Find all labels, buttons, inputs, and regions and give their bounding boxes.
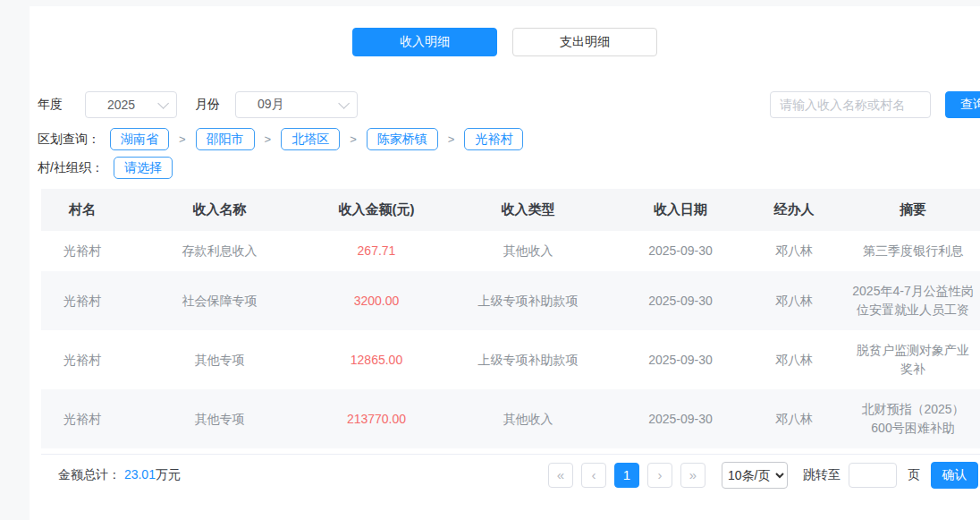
cell-amount: 12865.00 <box>316 330 437 389</box>
org-label: 村/社组织： <box>38 160 104 176</box>
first-page-button[interactable]: « <box>548 463 573 488</box>
org-select-button[interactable]: 请选择 <box>114 157 173 179</box>
page-1-button[interactable]: 1 <box>614 463 639 488</box>
cell-summary: 脱贫户监测对象产业奖补 <box>846 330 980 389</box>
search-group: 查询 <box>770 91 980 118</box>
cell-operator: 邓八林 <box>742 231 846 271</box>
table-row: 光裕村其他专项12865.00上级专项补助款项2025-09-30邓八林脱贫户监… <box>41 330 980 389</box>
cell-amount: 267.71 <box>316 231 437 271</box>
table-footer: 金额总计： 23.01万元 « ‹ 1 › » 10条/页 跳转至 页 确认 <box>41 454 980 495</box>
jump-page-input[interactable] <box>849 463 897 488</box>
tab-bar: 收入明细 支出明细 <box>30 6 980 56</box>
cell-name: 社会保障专项 <box>123 271 316 330</box>
column-header: 经办人 <box>742 189 846 231</box>
chevron-down-icon <box>338 98 350 109</box>
cell-type: 上级专项补助款项 <box>437 330 619 389</box>
income-table: 村名收入名称收入金额(元)收入类型收入日期经办人摘要 光裕村存款利息收入267.… <box>41 189 980 448</box>
jump-label: 跳转至 <box>803 467 841 483</box>
cell-operator: 邓八林 <box>742 389 846 448</box>
chevron-down-icon <box>157 98 169 109</box>
tab-expense[interactable]: 支出明细 <box>512 28 657 56</box>
cell-operator: 邓八林 <box>742 330 846 389</box>
year-value: 2025 <box>107 98 135 112</box>
cell-summary: 第三季度银行利息 <box>846 231 980 271</box>
cell-name: 存款利息收入 <box>123 231 316 271</box>
cell-date: 2025-09-30 <box>619 330 742 389</box>
month-value: 09月 <box>258 97 284 113</box>
region-button-2[interactable]: 北塔区 <box>281 128 340 150</box>
cell-amount: 213770.00 <box>316 389 437 448</box>
jump-unit: 页 <box>908 467 920 483</box>
org-filter-row: 村/社组织： 请选择 <box>38 157 980 179</box>
next-page-button[interactable]: › <box>647 463 672 488</box>
region-list: 湖南省>邵阳市>北塔区>陈家桥镇>光裕村 <box>110 128 523 150</box>
total-value: 23.01 <box>124 467 156 482</box>
table-row: 光裕村社会保障专项3200.00上级专项补助款项2025-09-30邓八林202… <box>41 271 980 330</box>
cell-summary: 2025年4-7月公益性岗位安置就业人员工资 <box>846 271 980 330</box>
cell-name: 其他专项 <box>123 389 316 448</box>
year-label: 年度 <box>38 97 63 113</box>
cell-date: 2025-09-30 <box>619 389 742 448</box>
region-button-3[interactable]: 陈家桥镇 <box>367 128 438 150</box>
cell-type: 其他收入 <box>437 389 619 448</box>
year-select[interactable]: 2025 <box>85 91 177 118</box>
cell-date: 2025-09-30 <box>619 271 742 330</box>
month-select[interactable]: 09月 <box>235 91 358 118</box>
cell-village: 光裕村 <box>41 271 123 330</box>
content-panel: 收入明细 支出明细 年度 2025 月份 09月 查询 区划查询： 湖南省>邵阳… <box>30 6 980 520</box>
region-button-4[interactable]: 光裕村 <box>464 128 523 150</box>
table-row: 光裕村存款利息收入267.71其他收入2025-09-30邓八林第三季度银行利息 <box>41 231 980 271</box>
cell-village: 光裕村 <box>41 231 123 271</box>
column-header: 摘要 <box>846 189 980 231</box>
region-label: 区划查询： <box>38 132 100 148</box>
filter-row: 年度 2025 月份 09月 查询 <box>38 91 980 118</box>
column-header: 收入类型 <box>437 189 619 231</box>
cell-summary: 北财预指（2025）600号困难补助 <box>846 389 980 448</box>
cell-type: 其他收入 <box>437 231 619 271</box>
cell-village: 光裕村 <box>41 330 123 389</box>
cell-name: 其他专项 <box>123 330 316 389</box>
column-header: 村名 <box>41 189 123 231</box>
last-page-button[interactable]: » <box>680 463 705 488</box>
total-label: 金额总计： <box>58 467 121 482</box>
column-header: 收入名称 <box>123 189 316 231</box>
region-filter-row: 区划查询： 湖南省>邵阳市>北塔区>陈家桥镇>光裕村 <box>38 128 980 150</box>
cell-operator: 邓八林 <box>742 271 846 330</box>
page: { "tabs": { "income": "收入明细", "expense":… <box>0 0 980 520</box>
region-separator: > <box>350 132 357 146</box>
prev-page-button[interactable]: ‹ <box>581 463 606 488</box>
page-size-select[interactable]: 10条/页 <box>722 462 788 489</box>
tab-income[interactable]: 收入明细 <box>352 28 497 56</box>
region-separator: > <box>265 132 272 146</box>
search-input[interactable] <box>770 91 931 118</box>
total-amount: 金额总计： 23.01万元 <box>58 467 181 483</box>
column-header: 收入日期 <box>619 189 742 231</box>
search-button[interactable]: 查询 <box>945 91 980 118</box>
confirm-button[interactable]: 确认 <box>931 462 978 489</box>
region-separator: > <box>179 132 186 146</box>
table-row: 光裕村其他专项213770.00其他收入2025-09-30邓八林北财预指（20… <box>41 389 980 448</box>
region-button-1[interactable]: 邵阳市 <box>196 128 255 150</box>
cell-amount: 3200.00 <box>316 271 437 330</box>
total-unit: 万元 <box>156 467 181 482</box>
cell-date: 2025-09-30 <box>619 231 742 271</box>
table-header-row: 村名收入名称收入金额(元)收入类型收入日期经办人摘要 <box>41 189 980 231</box>
pagination: « ‹ 1 › » 10条/页 跳转至 页 确认 <box>540 462 978 489</box>
month-label: 月份 <box>195 97 220 113</box>
column-header: 收入金额(元) <box>316 189 437 231</box>
cell-village: 光裕村 <box>41 389 123 448</box>
cell-type: 上级专项补助款项 <box>437 271 619 330</box>
region-separator: > <box>448 132 455 146</box>
region-button-0[interactable]: 湖南省 <box>110 128 169 150</box>
